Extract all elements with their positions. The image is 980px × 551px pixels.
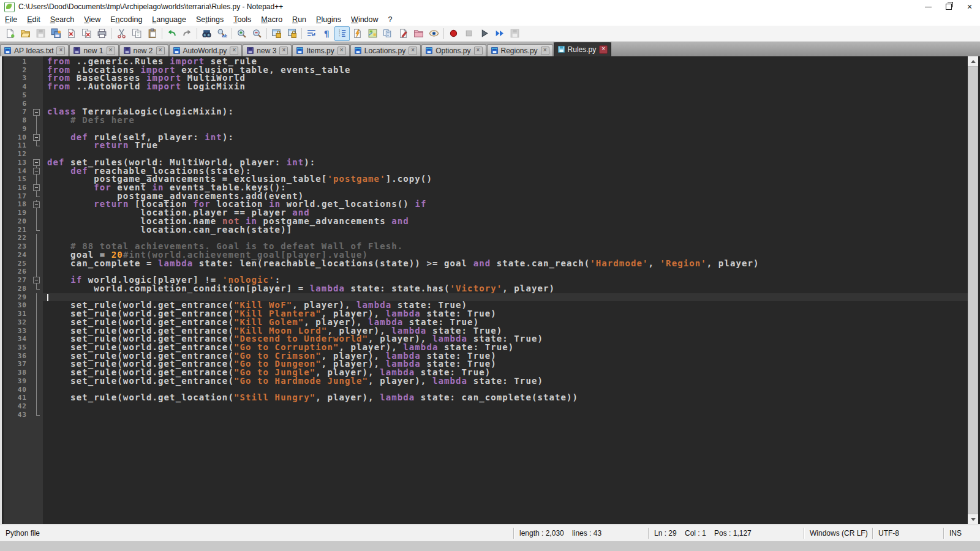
document-map-button[interactable] bbox=[365, 26, 380, 41]
menu-search[interactable]: Search bbox=[45, 14, 80, 25]
sync-h-scroll-button[interactable] bbox=[284, 26, 300, 41]
menu-file[interactable]: File bbox=[0, 14, 22, 25]
cut-button[interactable] bbox=[114, 26, 129, 41]
tab-items-py[interactable]: Items.py× bbox=[292, 44, 349, 56]
fold-margin bbox=[31, 301, 43, 310]
menu-edit[interactable]: Edit bbox=[22, 14, 45, 25]
tab-ap-ideas-txt[interactable]: AP Ideas.txt× bbox=[0, 44, 69, 56]
scroll-down-arrow-icon[interactable] bbox=[968, 514, 978, 524]
code-line[interactable]: 39 set_rule(world.get_entrance("Go to Ha… bbox=[4, 377, 968, 386]
fold-toggle-icon[interactable] bbox=[31, 200, 43, 209]
monitoring-button[interactable] bbox=[426, 26, 442, 41]
minimize-button[interactable] bbox=[918, 0, 938, 13]
fold-margin bbox=[31, 343, 43, 352]
folder-as-workspace-button[interactable] bbox=[411, 26, 426, 41]
word-wrap-button[interactable] bbox=[304, 26, 319, 41]
tab-close-icon[interactable]: × bbox=[599, 45, 608, 54]
tab-new-2[interactable]: new 2× bbox=[119, 44, 168, 56]
fold-margin bbox=[31, 100, 43, 108]
copy-button[interactable] bbox=[129, 26, 145, 41]
menu-language[interactable]: Language bbox=[147, 14, 191, 25]
print-button[interactable] bbox=[94, 26, 110, 41]
tab-close-icon[interactable]: × bbox=[474, 47, 483, 55]
editor[interactable]: 1from ..generic.Rules import set_rule2fr… bbox=[0, 56, 980, 525]
menu-plugins[interactable]: Plugins bbox=[311, 14, 346, 25]
redo-button[interactable] bbox=[179, 26, 195, 41]
menu-run[interactable]: Run bbox=[287, 14, 311, 25]
close-button[interactable] bbox=[64, 26, 79, 41]
restore-button[interactable] bbox=[938, 0, 959, 13]
tab-close-icon[interactable]: × bbox=[409, 47, 417, 55]
macro-record-button[interactable] bbox=[446, 26, 461, 41]
toolbar-separator bbox=[162, 28, 162, 39]
macro-play-button[interactable] bbox=[477, 26, 492, 41]
tab-autoworld-py[interactable]: AutoWorld.py× bbox=[169, 44, 243, 56]
macro-run-multiple-button[interactable] bbox=[492, 26, 507, 41]
code-line[interactable]: 4from ..AutoWorld import LogicMixin bbox=[4, 83, 968, 91]
show-all-chars-button[interactable]: ¶ bbox=[319, 26, 334, 41]
save-all-button[interactable] bbox=[48, 26, 64, 41]
fold-toggle-icon[interactable] bbox=[31, 167, 43, 176]
fold-toggle-icon[interactable] bbox=[31, 108, 43, 116]
fold-margin bbox=[31, 91, 43, 100]
tab-regions-py[interactable]: Regions.py× bbox=[487, 44, 553, 56]
tab-close-icon[interactable]: × bbox=[337, 47, 346, 55]
code-line[interactable]: 8 # Defs here bbox=[4, 116, 968, 125]
paste-button[interactable] bbox=[145, 26, 160, 41]
document-list-button[interactable] bbox=[380, 26, 396, 41]
tab-new-1[interactable]: new 1× bbox=[69, 44, 118, 56]
scrollbar-thumb[interactable] bbox=[968, 66, 978, 514]
code-line[interactable]: 25 can_complete = lambda state: len(reac… bbox=[4, 260, 968, 268]
tab-close-icon[interactable]: × bbox=[107, 47, 115, 55]
code-line[interactable]: 11 return True bbox=[4, 141, 968, 150]
fold-toggle-icon[interactable] bbox=[31, 133, 43, 142]
tab-options-py[interactable]: Options.py× bbox=[421, 44, 486, 56]
function-list-button[interactable] bbox=[350, 26, 365, 41]
menu-encoding[interactable]: Encoding bbox=[105, 14, 147, 25]
zoom-out-button[interactable] bbox=[249, 26, 265, 41]
find-button[interactable] bbox=[199, 26, 214, 41]
scroll-up-arrow-icon[interactable] bbox=[968, 56, 978, 66]
open-button[interactable] bbox=[18, 26, 33, 41]
code-line[interactable]: 21 location.can_reach(state)] bbox=[4, 226, 968, 234]
menu-[interactable]: ? bbox=[383, 14, 398, 25]
tab-close-icon[interactable]: × bbox=[279, 47, 288, 55]
code-line[interactable]: 28 world.completion_condition[player] = … bbox=[4, 285, 968, 293]
code-line[interactable]: 7class TerrariaLogic(LogicMixin): bbox=[4, 108, 968, 116]
code-line[interactable]: 5 bbox=[4, 91, 968, 100]
code-line[interactable]: 42 bbox=[4, 402, 968, 411]
fold-toggle-icon[interactable] bbox=[31, 159, 43, 167]
new-file-icon bbox=[5, 28, 15, 39]
tab-new-3[interactable]: new 3× bbox=[243, 44, 292, 56]
line-number: 43 bbox=[4, 411, 31, 419]
sync-v-scroll-button[interactable] bbox=[269, 26, 284, 41]
menu-view[interactable]: View bbox=[79, 14, 105, 25]
replace-button[interactable]: ab bbox=[214, 26, 230, 41]
zoom-in-button[interactable] bbox=[234, 26, 249, 41]
tab-close-icon[interactable]: × bbox=[156, 47, 165, 55]
tab-close-icon[interactable]: × bbox=[56, 47, 65, 55]
menu-window[interactable]: Window bbox=[346, 14, 383, 25]
fold-toggle-icon[interactable] bbox=[31, 184, 43, 192]
menu-macro[interactable]: Macro bbox=[256, 14, 287, 25]
fold-toggle-icon[interactable] bbox=[31, 276, 43, 285]
menu-tools[interactable]: Tools bbox=[228, 14, 256, 25]
new-file-button[interactable] bbox=[2, 26, 18, 41]
edit-markers-button[interactable] bbox=[396, 26, 411, 41]
tab-close-icon[interactable]: × bbox=[230, 47, 238, 55]
menu-settings[interactable]: Settings bbox=[191, 14, 228, 25]
tab-rules-py[interactable]: Rules.py× bbox=[554, 41, 612, 56]
tab-close-icon[interactable]: × bbox=[541, 47, 549, 55]
fold-margin bbox=[31, 293, 43, 302]
code-text bbox=[43, 402, 968, 411]
tab-locations-py[interactable]: Locations.py× bbox=[350, 44, 421, 56]
show-indent-guide-button[interactable] bbox=[334, 26, 350, 41]
close-all-button[interactable] bbox=[79, 26, 94, 41]
toolbar-separator bbox=[443, 28, 444, 39]
undo-button[interactable] bbox=[164, 26, 179, 41]
close-button[interactable]: × bbox=[959, 0, 980, 13]
code-line[interactable]: 43 bbox=[4, 411, 968, 419]
paste-icon bbox=[147, 28, 157, 39]
vertical-scrollbar[interactable] bbox=[968, 56, 978, 524]
code-line[interactable]: 41 set_rule(world.get_location("Still Hu… bbox=[4, 394, 968, 402]
